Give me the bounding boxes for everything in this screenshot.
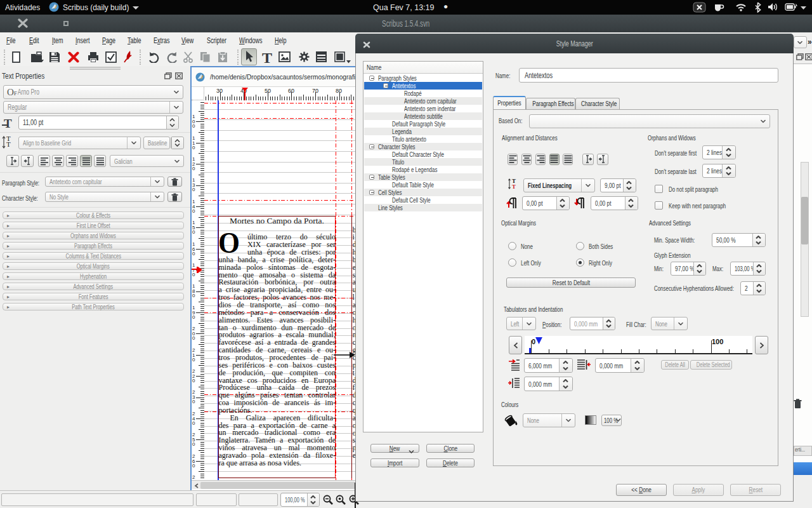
svg-text:T: T	[512, 184, 516, 190]
